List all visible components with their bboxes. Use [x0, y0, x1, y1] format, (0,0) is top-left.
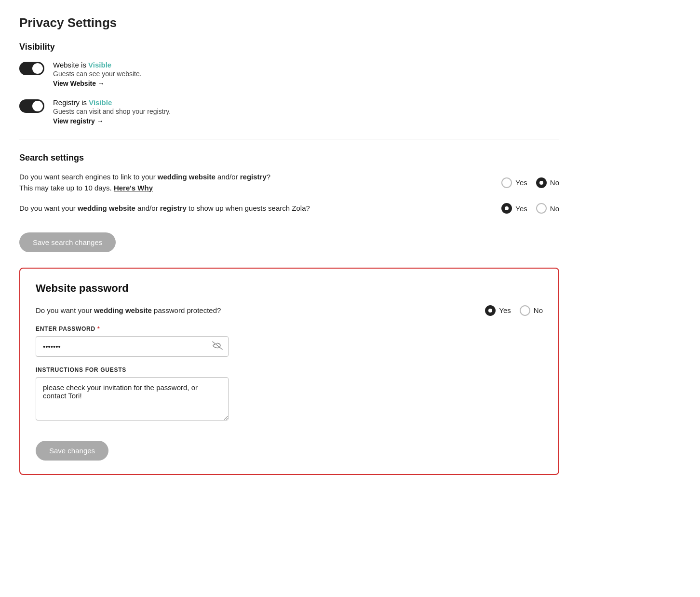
search-engines-no-option[interactable]: No [536, 177, 559, 188]
password-radio-group: Yes No [485, 305, 543, 316]
password-section-title: Website password [36, 282, 543, 295]
registry-toggle[interactable] [19, 99, 44, 113]
registry-visible-status: Visible [89, 98, 112, 107]
search-engines-question: Do you want search engines to link to yo… [19, 172, 366, 193]
password-protected-question: Do you want your wedding website passwor… [36, 305, 383, 316]
search-engines-yes-radio[interactable] [501, 177, 512, 188]
page-title: Privacy Settings [19, 15, 559, 30]
website-password-section: Website password Do you want your weddin… [19, 268, 559, 475]
divider-1 [19, 139, 559, 139]
password-yes-radio[interactable] [485, 305, 496, 316]
search-engines-no-label: No [550, 178, 559, 187]
website-visibility-label: Website is Visible [53, 61, 142, 69]
instructions-field-label: INSTRUCTIONS FOR GUESTS [36, 366, 543, 373]
save-changes-button[interactable]: Save changes [36, 441, 108, 461]
instructions-textarea[interactable]: please check your invitation for the pas… [36, 377, 229, 421]
toggle-password-visibility-icon[interactable] [212, 341, 223, 352]
zola-search-question: Do you want your wedding website and/or … [19, 203, 366, 214]
search-delay-note: This may take up to 10 days. [19, 184, 114, 192]
zola-search-no-radio[interactable] [536, 203, 547, 214]
password-yes-option[interactable]: Yes [485, 305, 511, 316]
password-no-option[interactable]: No [520, 305, 543, 316]
password-no-radio[interactable] [520, 305, 530, 316]
search-engines-yes-label: Yes [515, 178, 527, 187]
website-visible-status: Visible [88, 61, 111, 69]
zola-search-no-label: No [550, 204, 559, 213]
search-settings-title: Search settings [19, 153, 559, 163]
search-settings-section: Search settings Do you want search engin… [19, 153, 559, 252]
zola-search-yes-radio[interactable] [501, 203, 512, 214]
search-engines-radio-group: Yes No [501, 177, 559, 188]
registry-visibility-label: Registry is Visible [53, 98, 171, 107]
password-required-indicator: * [97, 326, 100, 332]
registry-toggle-info: Registry is Visible Guests can visit and… [53, 98, 171, 125]
website-toggle-info: Website is Visible Guests can see your w… [53, 61, 142, 88]
password-input[interactable] [36, 336, 229, 357]
view-registry-link[interactable]: View registry → [53, 117, 104, 125]
password-field-group: ENTER PASSWORD* [36, 326, 543, 357]
password-input-wrapper [36, 336, 229, 357]
website-visibility-row: Website is Visible Guests can see your w… [19, 61, 559, 88]
instructions-field-group: INSTRUCTIONS FOR GUESTS please check you… [36, 366, 543, 422]
instructions-textarea-wrapper: please check your invitation for the pas… [36, 377, 229, 422]
zola-search-radio-group: Yes No [501, 203, 559, 214]
zola-search-yes-option[interactable]: Yes [501, 203, 527, 214]
registry-visibility-sublabel: Guests can visit and shop your registry. [53, 108, 171, 115]
view-website-link[interactable]: View Website → [53, 80, 105, 87]
visibility-section-title: Visibility [19, 42, 559, 52]
search-engines-no-radio[interactable] [536, 177, 547, 188]
search-engines-row: Do you want search engines to link to yo… [19, 172, 559, 193]
website-visibility-sublabel: Guests can see your website. [53, 70, 142, 78]
password-yes-label: Yes [499, 306, 511, 314]
zola-search-yes-label: Yes [515, 204, 527, 213]
password-protected-row: Do you want your wedding website passwor… [36, 305, 543, 316]
zola-search-row: Do you want your wedding website and/or … [19, 203, 559, 214]
website-toggle[interactable] [19, 62, 44, 75]
registry-visibility-row: Registry is Visible Guests can visit and… [19, 98, 559, 125]
heres-why-link[interactable]: Here's Why [114, 184, 153, 192]
search-engines-yes-option[interactable]: Yes [501, 177, 527, 188]
password-field-label: ENTER PASSWORD* [36, 326, 543, 332]
password-no-label: No [534, 306, 543, 314]
visibility-section: Visibility Website is Visible Guests can… [19, 42, 559, 125]
zola-search-no-option[interactable]: No [536, 203, 559, 214]
save-search-changes-button[interactable]: Save search changes [19, 232, 116, 252]
